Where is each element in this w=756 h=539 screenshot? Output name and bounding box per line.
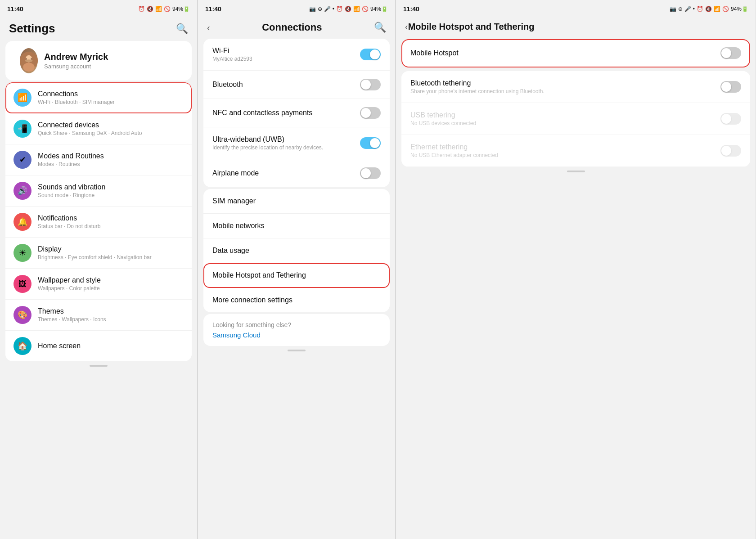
mute3-icon: 🔇: [705, 6, 712, 12]
no-signal2-icon: 🚫: [362, 6, 369, 12]
conn-item-nfc[interactable]: NFC and contactless payments: [203, 99, 390, 127]
panel-connections: 11:40 📷 ⊖ 🎤 • ⏰ 🔇 📶 🚫 94%🔋 ‹ Connections…: [198, 0, 396, 539]
hotspot-item-bluetooth-tethering[interactable]: Bluetooth tethering Share your phone's i…: [401, 71, 750, 103]
hotspot-item-ethernet-tethering[interactable]: Ethernet tethering No USB Ethernet adapt…: [401, 135, 750, 167]
simple-item-hotspot-tethering[interactable]: Mobile Hotspot and Tethering: [203, 263, 390, 288]
conn-label-bluetooth: Bluetooth: [212, 81, 360, 89]
item-sublabel-display: Brightness · Eye comfort shield · Naviga…: [38, 254, 184, 261]
connections-scroll: Wi-Fi MyAltice ad2593 Bluetooth NFC and …: [198, 37, 395, 539]
settings-item-themes[interactable]: 🎨 Themes Themes · Wallpapers · Icons: [5, 300, 192, 331]
settings-item-sounds[interactable]: 🔊 Sounds and vibration Sound mode · Ring…: [5, 175, 192, 207]
settings-item-notifications[interactable]: 🔔 Notifications Status bar · Do not dist…: [5, 207, 192, 238]
toggle-wifi[interactable]: [360, 49, 381, 60]
simple-item-sim[interactable]: SIM manager: [203, 189, 390, 214]
simple-item-data-usage[interactable]: Data usage: [203, 238, 390, 263]
toggle-airplane[interactable]: [360, 167, 381, 179]
circle3-icon: ⊖: [678, 6, 683, 12]
item-label-connections: Connections: [38, 90, 184, 98]
item-text-connected-devices: Connected devices Quick Share · Samsung …: [38, 121, 184, 136]
no-signal-icon: 🚫: [164, 6, 171, 12]
simple-label-data-usage: Data usage: [212, 247, 249, 254]
wifi3-signal-icon: 📶: [714, 6, 720, 12]
hotspot-toggle-mobile-hotspot[interactable]: [720, 47, 741, 59]
user-profile[interactable]: Andrew Myrick Samsung account: [11, 45, 186, 77]
battery-icon: 94%🔋: [172, 6, 190, 12]
dot3-icon: •: [693, 6, 695, 12]
status-bar-3: 11:40 📷 ⊖ 🎤 • ⏰ 🔇 📶 🚫 94%🔋: [396, 0, 756, 16]
conn-label-wifi: Wi-Fi: [212, 47, 360, 55]
connections-simple-list: SIM managerMobile networksData usageMobi…: [203, 189, 390, 312]
settings-item-connections[interactable]: 📶 Connections Wi-Fi · Bluetooth · SIM ma…: [5, 82, 192, 113]
hotspot-sublabel-ethernet-tethering: No USB Ethernet adapter connected: [410, 152, 720, 158]
item-icon-modes-routines: ✔: [14, 151, 32, 169]
simple-label-sim: SIM manager: [212, 197, 256, 205]
mic-icon: 🎤: [324, 6, 331, 12]
hotspot-text-mobile-hotspot: Mobile Hotspot: [410, 49, 720, 57]
back-icon-3[interactable]: ‹: [405, 22, 408, 32]
status-icons-3: 📷 ⊖ 🎤 • ⏰ 🔇 📶 🚫 94%🔋: [670, 6, 748, 12]
conn-item-uwb[interactable]: Ultra-wideband (UWB) Identify the precis…: [203, 127, 390, 159]
simple-label-more-connection: More connection settings: [212, 296, 292, 304]
conn-item-airplane[interactable]: Airplane mode: [203, 159, 390, 187]
status-time-3: 11:40: [403, 5, 419, 13]
simple-label-mobile-networks: Mobile networks: [212, 222, 265, 229]
search-icon[interactable]: 🔍: [176, 23, 188, 35]
item-text-notifications: Notifications Status bar · Do not distur…: [38, 214, 184, 229]
toggle-bluetooth[interactable]: [360, 79, 381, 90]
hotspot-label-bluetooth-tethering: Bluetooth tethering: [410, 79, 720, 87]
toggle-knob-bluetooth: [361, 80, 371, 90]
panel-hotspot: 11:40 📷 ⊖ 🎤 • ⏰ 🔇 📶 🚫 94%🔋 ‹ Mobile Hots…: [396, 0, 756, 539]
simple-item-mobile-networks[interactable]: Mobile networks: [203, 214, 390, 238]
conn-text-bluetooth: Bluetooth: [212, 81, 360, 89]
hotspot-item-mobile-hotspot[interactable]: Mobile Hotspot: [401, 39, 750, 67]
hotspot-label-ethernet-tethering: Ethernet tethering: [410, 143, 720, 151]
hotspot-toggle-knob-ethernet-tethering: [721, 146, 731, 156]
hotspot-header: ‹ Mobile Hotspot and Tethering: [396, 16, 756, 36]
status-bar-1: 11:40 ⏰ 🔇 📶 🚫 94%🔋: [0, 0, 197, 16]
svg-point-5: [25, 59, 32, 62]
status-bar-2: 11:40 📷 ⊖ 🎤 • ⏰ 🔇 📶 🚫 94%🔋: [198, 0, 395, 16]
item-text-display: Display Brightness · Eye comfort shield …: [38, 245, 184, 261]
hotspot-item-usb-tethering[interactable]: USB tethering No USB devices connected: [401, 103, 750, 135]
item-sublabel-notifications: Status bar · Do not disturb: [38, 223, 184, 229]
toggle-knob-airplane: [361, 168, 371, 178]
hotspot-sublabel-usb-tethering: No USB devices connected: [410, 120, 720, 126]
settings-item-home-screen[interactable]: 🏠 Home screen: [5, 331, 192, 361]
dot-icon: •: [333, 6, 334, 12]
search-icon-2[interactable]: 🔍: [374, 22, 386, 33]
toggle-uwb[interactable]: [360, 137, 381, 149]
conn-item-wifi[interactable]: Wi-Fi MyAltice ad2593: [203, 39, 390, 71]
hotspot-toggle-ethernet-tethering: [720, 145, 741, 157]
item-label-home-screen: Home screen: [38, 342, 184, 350]
item-sublabel-connections: Wi-Fi · Bluetooth · SIM manager: [38, 99, 184, 105]
simple-label-hotspot-tethering: Mobile Hotspot and Tethering: [212, 271, 306, 279]
item-icon-display: ☀: [14, 244, 32, 262]
hotspot-toggle-knob-bluetooth-tethering: [721, 82, 731, 92]
back-icon[interactable]: ‹: [207, 22, 210, 33]
settings-item-display[interactable]: ☀ Display Brightness · Eye comfort shiel…: [5, 238, 192, 269]
settings-item-connected-devices[interactable]: 📲 Connected devices Quick Share · Samsun…: [5, 113, 192, 144]
wifi-signal-icon: 📶: [155, 6, 162, 12]
item-icon-sounds: 🔊: [14, 182, 32, 200]
settings-item-wallpaper[interactable]: 🖼 Wallpaper and style Wallpapers · Color…: [5, 269, 192, 300]
status-time-1: 11:40: [7, 5, 23, 13]
conn-item-bluetooth[interactable]: Bluetooth: [203, 71, 390, 99]
item-icon-themes: 🎨: [14, 306, 32, 324]
simple-item-more-connection[interactable]: More connection settings: [203, 288, 390, 312]
conn-text-airplane: Airplane mode: [212, 169, 360, 177]
hotspot-toggle-bluetooth-tethering[interactable]: [720, 81, 741, 93]
toggle-nfc[interactable]: [360, 107, 381, 119]
item-label-connected-devices: Connected devices: [38, 121, 184, 129]
hotspot-toggle-knob-usb-tethering: [721, 114, 731, 124]
samsung-cloud-link[interactable]: Samsung Cloud: [212, 331, 381, 339]
item-icon-connected-devices: 📲: [14, 120, 32, 138]
settings-title: Settings: [9, 22, 55, 36]
status-icons-2: 📷 ⊖ 🎤 • ⏰ 🔇 📶 🚫 94%🔋: [309, 6, 388, 12]
settings-item-modes-routines[interactable]: ✔ Modes and Routines Modes · Routines: [5, 144, 192, 175]
photo-icon: 📷: [309, 6, 316, 12]
toggle-knob-wifi: [370, 49, 380, 59]
toggle-knob-uwb: [370, 138, 380, 148]
hotspot-label-usb-tethering: USB tethering: [410, 111, 720, 119]
battery3-icon: 94%🔋: [731, 6, 748, 12]
settings-items-section: 📶 Connections Wi-Fi · Bluetooth · SIM ma…: [5, 82, 192, 361]
